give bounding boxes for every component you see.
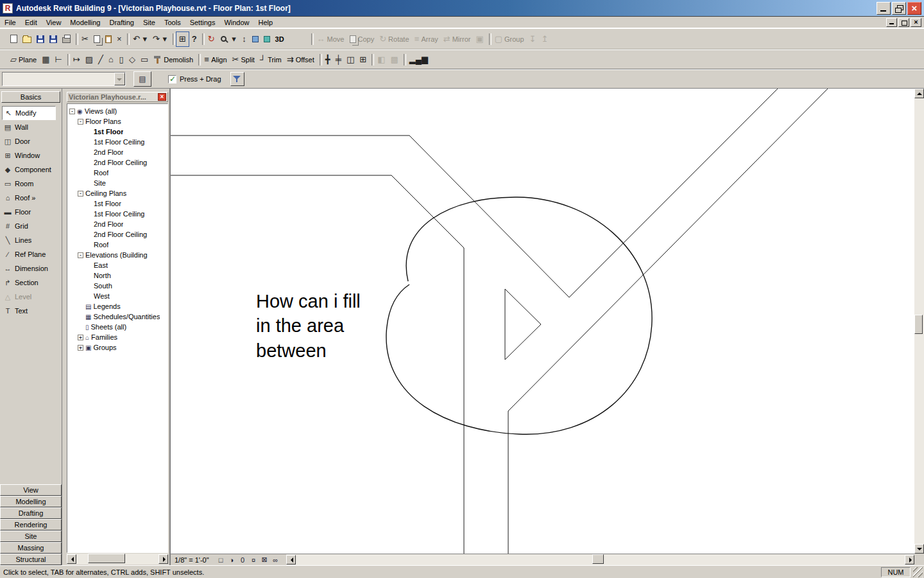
threed-label-button[interactable]: 3D [273,31,287,47]
designbar-tab-structural[interactable]: Structural [0,554,62,565]
view-scale[interactable]: 1/8" = 1'-0" [175,556,209,564]
designbar-item-door[interactable]: ◫Door [2,134,62,148]
copy-elements-button[interactable]: Copy [347,31,377,47]
work-plane-button[interactable]: ▱Plane [8,52,39,67]
tree-item-fp-2nd-floor-ceiling[interactable]: 2nd Floor Ceiling [67,157,167,168]
zoom-button[interactable] [218,31,232,47]
context-help-button[interactable]: ? [189,31,200,47]
designbar-item-room[interactable]: ▭Room [2,177,62,191]
split-face-button[interactable]: ▩ [388,52,401,67]
menu-file[interactable]: File [0,17,21,28]
tree-item-floor-plans[interactable]: -Floor Plans [67,116,167,127]
menu-tools[interactable]: Tools [160,17,185,28]
scroll-up-arrow-icon[interactable] [914,89,924,98]
pin-button[interactable]: ↧ [527,31,539,47]
redo-dropdown[interactable]: ▾ [162,31,170,47]
delete-button[interactable]: × [114,31,124,47]
tree-item-elev-south[interactable]: South [67,281,167,291]
filter-button[interactable] [230,72,244,86]
shadows-icon[interactable]: ◑ [227,555,237,565]
scrollbar-thumb[interactable] [914,315,923,334]
properties-button[interactable]: ▤ [133,71,151,87]
unpin-button[interactable]: ↥ [539,31,551,47]
tree-item-fp-1st-floor-ceiling[interactable]: 1st Floor Ceiling [67,137,167,147]
cut-geometry-button[interactable]: ◫ [344,52,357,67]
designbar-item-wall[interactable]: ▤Wall [2,120,62,134]
tree-item-elev-north[interactable]: North [67,270,167,281]
group-button[interactable]: ▢Group [492,31,527,47]
trim-button[interactable]: ┘Trim [257,52,284,67]
tree-item-cp-1st-floor[interactable]: 1st Floor [67,198,167,209]
tree-item-elev-west[interactable]: West [67,291,167,301]
wall-joins-button[interactable]: ╋ [323,52,333,67]
array-button[interactable]: ≡Array [412,31,441,47]
split-button[interactable]: ✂Split [230,52,257,67]
resize-button[interactable]: ▣ [473,31,486,47]
crop-region-icon[interactable]: ¤ [248,555,259,565]
type-selector-dropdown-icon[interactable] [114,73,125,85]
tree-expander-icon[interactable]: - [69,109,75,114]
project-browser-titlebar[interactable]: Victorian Playhouse.r... [67,92,168,102]
tree-item-cp-2nd-floor-ceiling[interactable]: 2nd Floor Ceiling [67,229,167,240]
menu-settings[interactable]: Settings [185,17,220,28]
scrollbar-thumb[interactable] [88,554,125,563]
menu-view[interactable]: View [42,17,66,28]
undo-button[interactable]: ↶ [130,31,142,47]
copy-button[interactable] [91,31,103,47]
designbar-item-text[interactable]: TText [2,304,62,318]
new-button[interactable] [8,31,20,47]
window-titlebar[interactable]: R Autodesk Revit Building 9 - [Victorian… [0,0,924,17]
scroll-right-arrow-icon[interactable] [158,554,168,564]
tree-expander-icon[interactable]: - [78,119,83,125]
scroll-left-arrow-icon[interactable] [286,555,296,565]
tree-item-cp-roof[interactable]: Roof [67,240,167,250]
designbar-item-window[interactable]: ⊞Window [2,148,62,162]
match-properties-button[interactable]: ▨ [83,52,96,67]
mdi-restore-button[interactable] [898,18,909,27]
window-close-button[interactable] [907,2,921,15]
dormer-opening-button[interactable]: ▭ [138,52,151,67]
paste-button[interactable] [103,31,114,47]
designbar-item-grid[interactable]: #Grid [2,219,62,233]
design-bar-tab-basics[interactable]: Basics [1,91,60,103]
rotate-button[interactable]: ↻Rotate [377,31,411,47]
dynamic-view-button[interactable]: ↻ [205,31,218,47]
designbar-tab-view[interactable]: View [0,484,62,496]
zoom-dropdown[interactable]: ▾ [232,31,239,47]
tree-item-cp-2nd-floor[interactable]: 2nd Floor [67,219,167,229]
wall-opening-button[interactable]: ▯ [116,52,126,67]
sketch-grid-button[interactable]: ▦ [39,52,52,67]
scroll-down-arrow-icon[interactable] [914,544,924,554]
save-button[interactable] [34,31,47,47]
demolish-graph-button[interactable]: ▂▄▆ [407,52,431,67]
offset-button[interactable]: ⇉Offset [284,52,317,67]
scroll-view-button[interactable]: ↕ [239,31,250,47]
move-button[interactable]: ↔Move [314,31,347,47]
print-button[interactable] [60,31,73,47]
tree-item-schedules[interactable]: ▦Schedules/Quantities [67,311,167,322]
menu-edit[interactable]: Edit [21,17,42,28]
designbar-tab-site[interactable]: Site [0,530,62,542]
hide-crop-icon[interactable]: ⊠ [259,555,270,565]
menu-modelling[interactable]: Modelling [65,17,105,28]
canvas-vertical-scrollbar[interactable] [914,89,924,554]
save-to-central-button[interactable] [47,31,60,47]
edit-cuts-button[interactable]: ╪ [333,52,344,67]
tree-item-elev-east[interactable]: East [67,260,167,270]
window-minimize-button[interactable] [877,2,891,15]
tree-item-groups[interactable]: +▣Groups [67,342,167,353]
demolish-button[interactable]: Demolish [151,52,196,67]
drawing-area[interactable]: How can i fill in the area between [171,89,914,554]
tape-measure-button[interactable]: ↦ [71,52,83,67]
designbar-item-dimension[interactable]: ↔Dimension [2,261,62,276]
designbar-item-component[interactable]: ◆Component [2,162,62,177]
tree-item-fp-roof[interactable]: Roof [67,168,167,178]
tree-item-ceiling-plans[interactable]: -Ceiling Plans [67,188,167,198]
tree-item-fp-1st-floor[interactable]: 1st Floor [67,127,167,137]
canvas-horizontal-scrollbar[interactable] [286,554,914,565]
scrollbar-thumb[interactable] [592,554,604,564]
mirror-button[interactable]: ⇄Mirror [441,31,474,47]
scroll-right-arrow-icon[interactable] [905,555,914,565]
type-selector[interactable] [2,72,126,86]
undo-dropdown[interactable]: ▾ [142,31,150,47]
